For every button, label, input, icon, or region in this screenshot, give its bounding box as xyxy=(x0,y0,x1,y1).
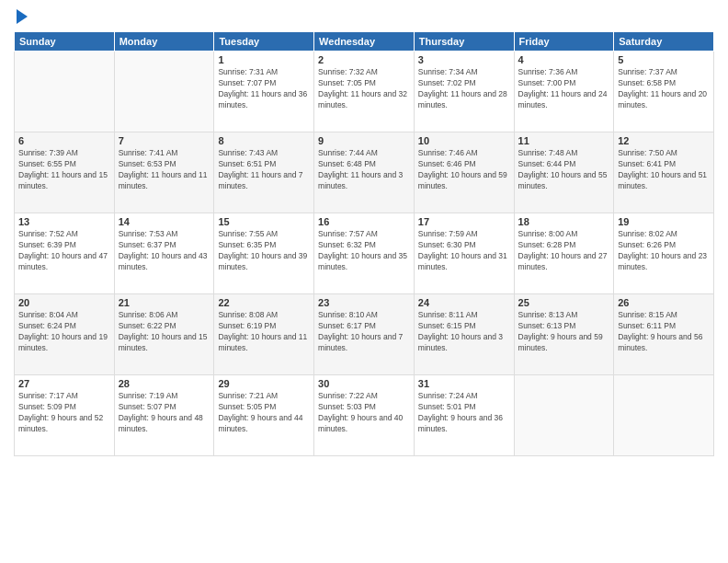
day-cell: 11Sunrise: 7:48 AMSunset: 6:44 PMDayligh… xyxy=(514,132,614,213)
day-info: Sunrise: 7:22 AMSunset: 5:03 PMDaylight:… xyxy=(318,391,410,435)
day-info: Sunrise: 7:43 AMSunset: 6:51 PMDaylight:… xyxy=(218,148,310,192)
day-cell: 4Sunrise: 7:36 AMSunset: 7:00 PMDaylight… xyxy=(514,52,614,132)
day-number: 15 xyxy=(218,216,310,227)
week-row-2: 6Sunrise: 7:39 AMSunset: 6:55 PMDaylight… xyxy=(15,132,714,213)
day-cell: 2Sunrise: 7:32 AMSunset: 7:05 PMDaylight… xyxy=(314,52,415,132)
day-cell: 6Sunrise: 7:39 AMSunset: 6:55 PMDaylight… xyxy=(15,132,115,213)
day-info: Sunrise: 7:53 AMSunset: 6:37 PMDaylight:… xyxy=(119,229,210,273)
day-number: 25 xyxy=(518,297,610,308)
day-number: 26 xyxy=(618,297,710,308)
day-number: 18 xyxy=(518,216,610,227)
day-number: 17 xyxy=(418,216,510,227)
day-info: Sunrise: 7:44 AMSunset: 6:48 PMDaylight:… xyxy=(318,148,410,192)
day-cell: 12Sunrise: 7:50 AMSunset: 6:41 PMDayligh… xyxy=(614,132,714,213)
week-row-4: 20Sunrise: 8:04 AMSunset: 6:24 PMDayligh… xyxy=(15,294,714,375)
page: SundayMondayTuesdayWednesdayThursdayFrid… xyxy=(0,0,728,563)
week-row-5: 27Sunrise: 7:17 AMSunset: 5:09 PMDayligh… xyxy=(15,375,714,456)
day-number: 1 xyxy=(218,54,310,65)
day-cell: 3Sunrise: 7:34 AMSunset: 7:02 PMDaylight… xyxy=(414,52,514,132)
day-number: 14 xyxy=(119,216,210,227)
day-cell: 10Sunrise: 7:46 AMSunset: 6:46 PMDayligh… xyxy=(414,132,514,213)
day-info: Sunrise: 8:13 AMSunset: 6:13 PMDaylight:… xyxy=(518,310,610,354)
day-info: Sunrise: 7:34 AMSunset: 7:02 PMDaylight:… xyxy=(418,67,510,111)
day-info: Sunrise: 7:21 AMSunset: 5:05 PMDaylight:… xyxy=(218,391,310,435)
day-cell: 18Sunrise: 8:00 AMSunset: 6:28 PMDayligh… xyxy=(514,213,614,294)
day-info: Sunrise: 7:31 AMSunset: 7:07 PMDaylight:… xyxy=(218,67,310,111)
day-number: 27 xyxy=(18,378,110,389)
day-number: 24 xyxy=(418,297,510,308)
day-info: Sunrise: 7:50 AMSunset: 6:41 PMDaylight:… xyxy=(618,148,710,192)
day-cell: 13Sunrise: 7:52 AMSunset: 6:39 PMDayligh… xyxy=(15,213,115,294)
day-number: 10 xyxy=(418,135,510,146)
day-info: Sunrise: 7:37 AMSunset: 6:58 PMDaylight:… xyxy=(618,67,710,111)
day-info: Sunrise: 7:39 AMSunset: 6:55 PMDaylight:… xyxy=(18,148,110,192)
day-cell xyxy=(114,52,214,132)
day-number: 29 xyxy=(218,378,310,389)
day-info: Sunrise: 7:48 AMSunset: 6:44 PMDaylight:… xyxy=(518,148,610,192)
day-number: 22 xyxy=(218,297,310,308)
day-cell: 31Sunrise: 7:24 AMSunset: 5:01 PMDayligh… xyxy=(414,375,514,456)
day-number: 8 xyxy=(218,135,310,146)
day-cell: 19Sunrise: 8:02 AMSunset: 6:26 PMDayligh… xyxy=(614,213,714,294)
day-cell: 25Sunrise: 8:13 AMSunset: 6:13 PMDayligh… xyxy=(514,294,614,375)
day-info: Sunrise: 8:06 AMSunset: 6:22 PMDaylight:… xyxy=(119,310,210,354)
day-cell: 23Sunrise: 8:10 AMSunset: 6:17 PMDayligh… xyxy=(314,294,415,375)
day-info: Sunrise: 7:32 AMSunset: 7:05 PMDaylight:… xyxy=(318,67,410,111)
day-number: 12 xyxy=(618,135,710,146)
day-number: 5 xyxy=(618,54,710,65)
day-number: 30 xyxy=(318,378,410,389)
day-cell: 29Sunrise: 7:21 AMSunset: 5:05 PMDayligh… xyxy=(214,375,314,456)
day-number: 23 xyxy=(318,297,410,308)
day-cell: 27Sunrise: 7:17 AMSunset: 5:09 PMDayligh… xyxy=(15,375,115,456)
day-info: Sunrise: 7:52 AMSunset: 6:39 PMDaylight:… xyxy=(18,229,110,273)
day-info: Sunrise: 7:19 AMSunset: 5:07 PMDaylight:… xyxy=(119,391,210,435)
day-number: 20 xyxy=(18,297,110,308)
day-info: Sunrise: 7:59 AMSunset: 6:30 PMDaylight:… xyxy=(418,229,510,273)
day-info: Sunrise: 8:15 AMSunset: 6:11 PMDaylight:… xyxy=(618,310,710,354)
day-cell: 15Sunrise: 7:55 AMSunset: 6:35 PMDayligh… xyxy=(214,213,314,294)
day-cell: 1Sunrise: 7:31 AMSunset: 7:07 PMDaylight… xyxy=(214,52,314,132)
day-cell: 16Sunrise: 7:57 AMSunset: 6:32 PMDayligh… xyxy=(314,213,415,294)
day-number: 4 xyxy=(518,54,610,65)
weekday-header-saturday: Saturday xyxy=(614,32,714,52)
day-cell: 21Sunrise: 8:06 AMSunset: 6:22 PMDayligh… xyxy=(114,294,214,375)
day-cell: 8Sunrise: 7:43 AMSunset: 6:51 PMDaylight… xyxy=(214,132,314,213)
day-number: 3 xyxy=(418,54,510,65)
day-info: Sunrise: 7:24 AMSunset: 5:01 PMDaylight:… xyxy=(418,391,510,435)
day-cell: 20Sunrise: 8:04 AMSunset: 6:24 PMDayligh… xyxy=(15,294,115,375)
day-info: Sunrise: 7:46 AMSunset: 6:46 PMDaylight:… xyxy=(418,148,510,192)
weekday-header-tuesday: Tuesday xyxy=(214,32,314,52)
weekday-header-thursday: Thursday xyxy=(414,32,514,52)
logo-arrow-icon xyxy=(17,9,28,24)
calendar: SundayMondayTuesdayWednesdayThursdayFrid… xyxy=(14,31,714,456)
day-cell: 14Sunrise: 7:53 AMSunset: 6:37 PMDayligh… xyxy=(114,213,214,294)
day-number: 6 xyxy=(18,135,110,146)
weekday-header-sunday: Sunday xyxy=(15,32,115,52)
day-info: Sunrise: 7:55 AMSunset: 6:35 PMDaylight:… xyxy=(218,229,310,273)
day-info: Sunrise: 8:11 AMSunset: 6:15 PMDaylight:… xyxy=(418,310,510,354)
header xyxy=(14,9,714,24)
day-cell: 28Sunrise: 7:19 AMSunset: 5:07 PMDayligh… xyxy=(114,375,214,456)
weekday-header-monday: Monday xyxy=(114,32,214,52)
day-number: 7 xyxy=(119,135,210,146)
week-row-1: 1Sunrise: 7:31 AMSunset: 7:07 PMDaylight… xyxy=(15,52,714,132)
day-info: Sunrise: 8:02 AMSunset: 6:26 PMDaylight:… xyxy=(618,229,710,273)
day-number: 16 xyxy=(318,216,410,227)
day-number: 2 xyxy=(318,54,410,65)
day-cell xyxy=(15,52,115,132)
day-cell: 17Sunrise: 7:59 AMSunset: 6:30 PMDayligh… xyxy=(414,213,514,294)
day-info: Sunrise: 8:04 AMSunset: 6:24 PMDaylight:… xyxy=(18,310,110,354)
day-number: 21 xyxy=(119,297,210,308)
day-cell xyxy=(614,375,714,456)
day-info: Sunrise: 7:17 AMSunset: 5:09 PMDaylight:… xyxy=(18,391,110,435)
weekday-header-wednesday: Wednesday xyxy=(314,32,415,52)
day-number: 11 xyxy=(518,135,610,146)
day-cell xyxy=(514,375,614,456)
day-number: 19 xyxy=(618,216,710,227)
day-info: Sunrise: 8:08 AMSunset: 6:19 PMDaylight:… xyxy=(218,310,310,354)
day-info: Sunrise: 8:00 AMSunset: 6:28 PMDaylight:… xyxy=(518,229,610,273)
day-info: Sunrise: 7:57 AMSunset: 6:32 PMDaylight:… xyxy=(318,229,410,273)
day-number: 13 xyxy=(18,216,110,227)
day-cell: 7Sunrise: 7:41 AMSunset: 6:53 PMDaylight… xyxy=(114,132,214,213)
logo xyxy=(14,9,28,24)
